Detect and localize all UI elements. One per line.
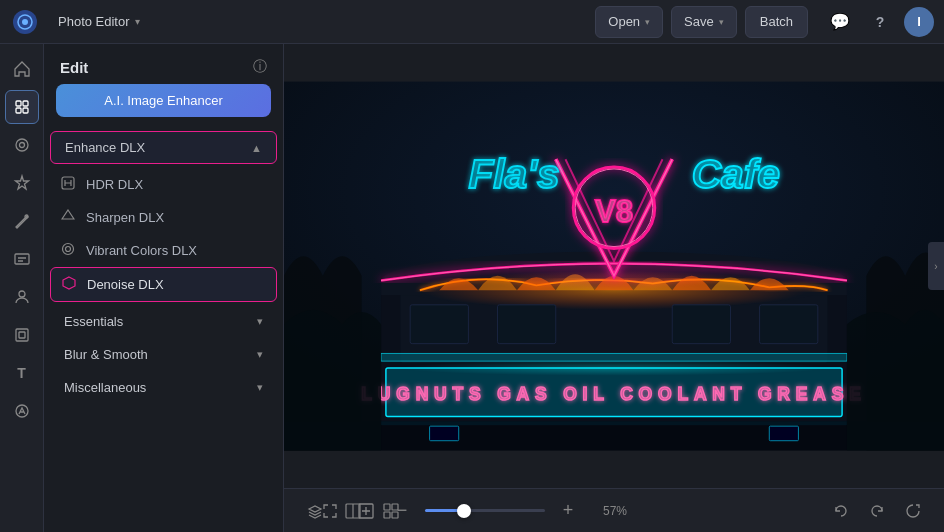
bottom-bar: − + 57% bbox=[284, 488, 944, 532]
zoom-out-icon: − bbox=[397, 500, 408, 521]
svg-rect-2 bbox=[16, 101, 21, 106]
main-area: T Edit ⓘ A.I. Image Enhancer Enhance DLX… bbox=[0, 44, 944, 532]
section-blur-smooth-label: Blur & Smooth bbox=[64, 347, 148, 362]
sidebar-item-people[interactable] bbox=[5, 280, 39, 314]
app-title-button[interactable]: Photo Editor ▾ bbox=[52, 10, 146, 33]
svg-rect-12 bbox=[19, 332, 25, 338]
section-essentials: Essentials ▾ bbox=[44, 306, 283, 337]
panel-title: Edit bbox=[60, 59, 88, 76]
undo-button[interactable] bbox=[826, 496, 856, 526]
batch-label: Batch bbox=[760, 14, 793, 29]
topbar-right: 💬 ? I bbox=[824, 6, 934, 38]
help-icon: ? bbox=[876, 14, 885, 30]
help-button[interactable]: ? bbox=[864, 6, 896, 38]
app-logo bbox=[10, 7, 40, 37]
open-chevron: ▾ bbox=[645, 17, 650, 27]
svg-rect-39 bbox=[381, 353, 847, 361]
svg-rect-36 bbox=[498, 305, 556, 344]
save-button[interactable]: Save ▾ bbox=[671, 6, 737, 38]
section-enhance-dlx-label: Enhance DLX bbox=[65, 140, 145, 155]
zoom-out-button[interactable]: − bbox=[389, 498, 415, 524]
collapse-panel-arrow[interactable]: › bbox=[928, 242, 944, 290]
svg-text:LUGNUTS GAS OIL COOLANT GREASE: LUGNUTS GAS OIL COOLANT GREASE bbox=[361, 384, 866, 404]
svg-point-10 bbox=[19, 291, 25, 297]
svg-text:V8: V8 bbox=[595, 194, 633, 229]
svg-rect-35 bbox=[410, 305, 468, 344]
svg-rect-46 bbox=[769, 426, 798, 441]
zoom-controls: − + 57% bbox=[317, 498, 627, 524]
sidebar-item-retouch[interactable] bbox=[5, 204, 39, 238]
open-label: Open bbox=[608, 14, 640, 29]
svg-point-44 bbox=[498, 261, 731, 290]
sidebar-item-enhance[interactable] bbox=[5, 90, 39, 124]
item-sharpen-dlx[interactable]: Sharpen DLX bbox=[50, 201, 277, 234]
zoom-percentage: 57% bbox=[591, 504, 627, 518]
svg-rect-41 bbox=[284, 421, 944, 450]
svg-rect-3 bbox=[23, 101, 28, 106]
app-title-chevron: ▾ bbox=[135, 16, 140, 27]
sidebar-item-watermark[interactable] bbox=[5, 394, 39, 428]
zoom-slider-container bbox=[425, 509, 545, 512]
bottom-right-tools bbox=[826, 496, 928, 526]
svg-point-1 bbox=[22, 19, 28, 25]
canvas-area: Fla's Fla's V8 V8 Cafe Cafe LUGNUTS GAS … bbox=[284, 44, 944, 532]
section-miscellaneous-header[interactable]: Miscellaneous ▾ bbox=[50, 372, 277, 403]
panel-header: Edit ⓘ bbox=[44, 44, 283, 84]
sidebar-item-effects[interactable] bbox=[5, 166, 39, 200]
section-essentials-chevron: ▾ bbox=[257, 315, 263, 328]
denoise-icon bbox=[61, 276, 77, 293]
section-blur-smooth-chevron: ▾ bbox=[257, 348, 263, 361]
message-button[interactable]: 💬 bbox=[824, 6, 856, 38]
item-vibrant-colors-dlx[interactable]: Vibrant Colors DLX bbox=[50, 234, 277, 267]
section-miscellaneous-label: Miscellaneous bbox=[64, 380, 146, 395]
svg-rect-37 bbox=[672, 305, 730, 344]
canvas-main: Fla's Fla's V8 V8 Cafe Cafe LUGNUTS GAS … bbox=[284, 44, 944, 488]
zoom-in-button[interactable]: + bbox=[555, 498, 581, 524]
svg-rect-11 bbox=[16, 329, 28, 341]
item-denoise-dlx[interactable]: Denoise DLX bbox=[50, 267, 277, 302]
sidebar-item-frame[interactable] bbox=[5, 318, 39, 352]
vibrant-icon bbox=[60, 242, 76, 259]
open-button[interactable]: Open ▾ bbox=[595, 6, 663, 38]
sidebar-item-view[interactable] bbox=[5, 128, 39, 162]
collapse-chevron: › bbox=[934, 261, 937, 272]
svg-rect-38 bbox=[760, 305, 818, 344]
zoom-slider[interactable] bbox=[425, 509, 545, 512]
avatar-label: I bbox=[917, 14, 921, 29]
reset-button[interactable] bbox=[898, 496, 928, 526]
section-blur-smooth-header[interactable]: Blur & Smooth ▾ bbox=[50, 339, 277, 370]
section-enhance-dlx: Enhance DLX ▲ HDR DLX Sharpen DLX bbox=[44, 129, 283, 304]
batch-button[interactable]: Batch bbox=[745, 6, 808, 38]
info-icon[interactable]: ⓘ bbox=[253, 58, 267, 76]
redo-button[interactable] bbox=[862, 496, 892, 526]
avatar-button[interactable]: I bbox=[904, 7, 934, 37]
fit-button[interactable] bbox=[353, 498, 379, 524]
section-enhance-dlx-header[interactable]: Enhance DLX ▲ bbox=[50, 131, 277, 164]
svg-point-15 bbox=[63, 244, 74, 255]
save-chevron: ▾ bbox=[719, 17, 724, 27]
svg-text:Fla's: Fla's bbox=[468, 151, 559, 197]
item-hdr-dlx[interactable]: HDR DLX bbox=[50, 168, 277, 201]
svg-text:Cafe: Cafe bbox=[692, 151, 780, 197]
section-essentials-header[interactable]: Essentials ▾ bbox=[50, 306, 277, 337]
svg-point-16 bbox=[66, 247, 71, 252]
ai-enhance-button[interactable]: A.I. Image Enhancer bbox=[56, 84, 271, 117]
zoom-in-icon: + bbox=[563, 500, 574, 521]
sidebar-item-home[interactable] bbox=[5, 52, 39, 86]
sidebar-item-overlay[interactable] bbox=[5, 242, 39, 276]
section-essentials-label: Essentials bbox=[64, 314, 123, 329]
hdr-dlx-label: HDR DLX bbox=[86, 177, 143, 192]
section-blur-smooth: Blur & Smooth ▾ bbox=[44, 339, 283, 370]
section-enhance-dlx-chevron: ▲ bbox=[251, 142, 262, 154]
svg-point-43 bbox=[400, 360, 827, 376]
fullscreen-button[interactable] bbox=[317, 498, 343, 524]
app-title-label: Photo Editor bbox=[58, 14, 130, 29]
svg-rect-45 bbox=[430, 426, 459, 441]
svg-point-6 bbox=[16, 139, 28, 151]
svg-rect-42 bbox=[381, 421, 847, 425]
sidebar-item-text[interactable]: T bbox=[5, 356, 39, 390]
denoise-dlx-label: Denoise DLX bbox=[87, 277, 164, 292]
svg-rect-4 bbox=[16, 108, 21, 113]
sharpen-dlx-icon bbox=[60, 209, 76, 226]
text-icon: T bbox=[17, 365, 26, 381]
